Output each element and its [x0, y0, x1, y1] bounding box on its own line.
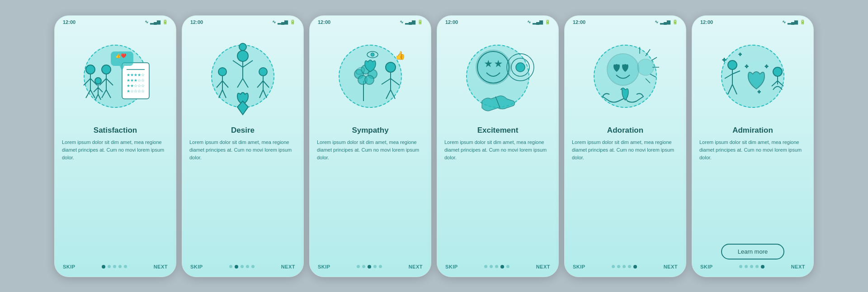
signal-icon-6: ▂▄▆: [788, 19, 798, 24]
dot-2-1: [235, 265, 238, 269]
dots-6: [739, 265, 764, 269]
dot-6-3: [755, 265, 759, 268]
svg-point-33: [239, 43, 246, 51]
svg-line-84: [732, 84, 737, 94]
dot-1-3: [118, 265, 122, 268]
svg-text:★☆☆☆☆: ★☆☆☆☆: [127, 89, 145, 93]
battery-icon-3: 🔋: [417, 19, 423, 24]
svg-line-11: [106, 90, 111, 98]
wifi-icon-2: ∿: [272, 19, 276, 24]
phone-content-5: Adoration Lorem ipsum dolor sit dim amet…: [565, 27, 686, 260]
svg-line-9: [106, 79, 113, 85]
dot-2-0: [229, 265, 232, 268]
card-body-5: Lorem ipsum dolor sit dim amet, mea regi…: [572, 139, 679, 260]
svg-line-14: [94, 88, 98, 92]
skip-label-3[interactable]: SKIP: [318, 264, 330, 269]
dot-6-1: [745, 265, 748, 268]
dot-5-2: [623, 265, 626, 268]
dot-5-4: [633, 265, 637, 269]
card-title-1: Satisfaction: [62, 126, 169, 135]
skip-label-5[interactable]: SKIP: [573, 264, 585, 269]
status-icons-2: ∿ ▂▄▆ 🔋: [272, 19, 295, 24]
dot-1-1: [108, 265, 111, 268]
svg-line-83: [728, 84, 732, 94]
status-icons-3: ∿ ▂▄▆ 🔋: [400, 19, 423, 24]
dot-4-1: [490, 265, 493, 268]
svg-line-73: [651, 57, 657, 60]
phone-content-6: ✦ ✦ ✦ ✦ ✦: [692, 27, 813, 260]
svg-point-69: [516, 63, 525, 72]
svg-point-87: [773, 67, 782, 76]
battery-icon-4: 🔋: [545, 19, 550, 24]
skip-label-1[interactable]: SKIP: [63, 264, 75, 269]
svg-point-54: [386, 62, 396, 72]
time-2: 12:00: [190, 19, 203, 25]
next-label-2[interactable]: NEXT: [281, 264, 295, 269]
svg-point-12: [95, 78, 101, 84]
status-icons-6: ∿ ▂▄▆ 🔋: [782, 19, 805, 24]
next-label-5[interactable]: NEXT: [664, 264, 678, 269]
illustration-excitement: ★ ★: [444, 27, 551, 126]
wifi-icon-4: ∿: [527, 19, 531, 24]
next-label-6[interactable]: NEXT: [791, 264, 805, 269]
phone-desire: 12:00 ∿ ▂▄▆ 🔋: [182, 15, 304, 277]
svg-line-45: [263, 90, 267, 98]
svg-line-32: [243, 79, 248, 88]
time-4: 12:00: [445, 19, 458, 25]
svg-line-59: [391, 90, 395, 99]
skip-label-4[interactable]: SKIP: [445, 264, 458, 269]
svg-text:👍❤️: 👍❤️: [115, 53, 127, 59]
svg-line-81: [725, 74, 732, 79]
svg-text:★★★★☆: ★★★★☆: [127, 73, 145, 77]
skip-label-2[interactable]: SKIP: [190, 264, 203, 269]
svg-line-76: [646, 79, 650, 83]
svg-excitement: ★ ★: [453, 31, 543, 121]
learn-more-button[interactable]: Learn more: [721, 244, 784, 260]
svg-line-31: [237, 79, 243, 88]
phone-content-4: ★ ★ Exci: [437, 27, 558, 260]
svg-line-58: [386, 90, 391, 99]
svg-line-37: [222, 81, 228, 88]
next-label-1[interactable]: NEXT: [154, 264, 168, 269]
status-bar-2: 12:00 ∿ ▂▄▆ 🔋: [182, 16, 303, 27]
svg-point-71: [607, 54, 639, 85]
svg-text:✦: ✦: [764, 64, 769, 69]
phones-container: 12:00 ∿ ▂▄▆ 🔋: [45, 6, 823, 286]
dot-3-0: [357, 265, 360, 268]
signal-icon-2: ▂▄▆: [278, 19, 288, 24]
time-3: 12:00: [318, 19, 330, 25]
skip-label-6[interactable]: SKIP: [700, 264, 713, 269]
svg-text:★: ★: [495, 60, 501, 67]
phone-nav-5: SKIP NEXT: [565, 260, 686, 277]
svg-sympathy: 👍: [325, 31, 415, 121]
dot-6-4: [761, 265, 764, 269]
illustration-sympathy: 👍: [317, 27, 424, 126]
phone-adoration: 12:00 ∿ ▂▄▆ 🔋: [564, 15, 686, 277]
card-title-2: Desire: [189, 126, 296, 135]
dot-2-2: [241, 265, 244, 268]
phone-nav-4: SKIP NEXT: [437, 260, 558, 277]
svg-line-36: [217, 81, 222, 88]
svg-line-10: [102, 90, 106, 98]
phone-nav-1: SKIP NEXT: [55, 260, 176, 277]
status-bar-4: 12:00 ∿ ▂▄▆ 🔋: [437, 16, 558, 27]
dots-5: [612, 265, 637, 269]
wifi-icon-3: ∿: [400, 19, 403, 24]
next-label-3[interactable]: NEXT: [409, 264, 423, 269]
svg-satisfaction: ★★★★☆ ★★★☆☆ ★★☆☆☆ ★☆☆☆☆ 👍❤️: [70, 31, 160, 121]
svg-point-40: [259, 68, 267, 76]
svg-line-75: [650, 74, 656, 77]
wifi-icon-6: ∿: [782, 19, 786, 24]
svg-desire: [198, 31, 288, 121]
svg-point-27: [237, 51, 248, 61]
dot-5-1: [617, 265, 620, 268]
dot-3-4: [379, 265, 382, 268]
svg-line-56: [382, 79, 391, 84]
illustration-admiration: ✦ ✦ ✦ ✦ ✦: [699, 27, 806, 126]
dot-2-3: [246, 265, 249, 268]
dot-4-2: [495, 265, 498, 268]
dot-4-3: [500, 265, 504, 269]
dot-1-0: [102, 265, 105, 269]
next-label-4[interactable]: NEXT: [536, 264, 550, 269]
status-bar-1: 12:00 ∿ ▂▄▆ 🔋: [55, 16, 176, 27]
